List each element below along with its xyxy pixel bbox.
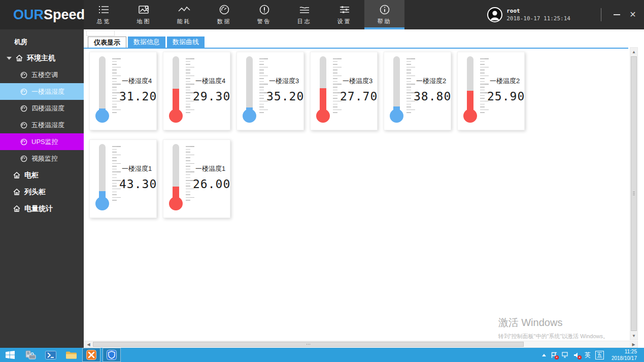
thermometer-bulb [316, 109, 330, 123]
chevron-up-icon [542, 354, 546, 356]
sidebar-tree-item[interactable]: 视频监控 [0, 150, 84, 167]
horizontal-scrollbar[interactable]: ◀ ▶ [84, 341, 638, 348]
sidebar-tree-item[interactable]: 四楼温湿度 [0, 100, 84, 117]
gauge-text: 一楼湿度431.20 [119, 77, 154, 103]
nav-item-settings[interactable]: 设置 [324, 0, 364, 29]
scroll-right-button[interactable]: ▶ [630, 341, 637, 347]
meter-icon [20, 138, 27, 146]
gauge-text: 一楼温度225.90 [487, 77, 522, 103]
sidebar-item-label: 电柜 [24, 171, 39, 180]
thermometer-gauge [168, 144, 184, 215]
nav-item-label: 警告 [257, 18, 272, 25]
meter-icon [20, 105, 27, 112]
nav-item-gauge[interactable]: 数据 [204, 0, 244, 29]
sidebar-tree-root[interactable]: 环境主机 [0, 50, 84, 66]
scroll-left-button[interactable]: ◀ [85, 341, 92, 347]
header-datetime: 2018-10-17 11:25:14 [506, 15, 570, 22]
gauge-label: 一楼温度3 [340, 77, 375, 86]
watermark-title: 激活 Windows [498, 316, 608, 330]
gauge-value: 35.20 [266, 90, 301, 103]
sidebar-item-label: 电量统计 [24, 204, 53, 213]
gauge-value: 26.00 [193, 177, 228, 191]
nav-item-log[interactable]: 日志 [284, 0, 324, 29]
horizontal-scroll-thumb[interactable] [93, 342, 524, 347]
nav-item-label: 设置 [337, 18, 352, 25]
network-status-icon[interactable] [562, 352, 569, 358]
thermometer-bulb [390, 109, 403, 123]
volume-muted-icon[interactable]: ✕ [573, 352, 580, 358]
sidebar-items: 电柜列头柜电量统计 [0, 167, 84, 217]
thermometer-tube [320, 56, 326, 113]
tab-数据信息[interactable]: 数据信息 [128, 37, 165, 48]
home-icon [13, 189, 20, 195]
nav-item-map[interactable]: 地图 [124, 0, 164, 29]
tree-item-label: 视频监控 [31, 154, 58, 163]
nav-item-alert[interactable]: 警告 [244, 0, 284, 29]
nav-item-label: 地图 [137, 18, 151, 25]
tab-仪表显示[interactable]: 仪表显示 [88, 37, 126, 48]
sidebar-tree-item[interactable]: UPS监控 [0, 133, 84, 150]
user-avatar[interactable] [487, 7, 502, 22]
gauge-value: 27.70 [340, 90, 375, 103]
scroll-down-button[interactable]: ▼ [630, 332, 637, 340]
gauge-label: 一楼湿度3 [266, 77, 301, 86]
header: OURSpeed 总览地图能耗数据警告日志设置帮助 root 2018-10-1… [0, 0, 644, 29]
taskbar-app-server-manager[interactable] [20, 348, 41, 362]
sidebar-item[interactable]: 电量统计 [0, 200, 84, 217]
sidebar-tree-item[interactable]: 五楼温湿度 [0, 117, 84, 133]
meter-icon [20, 122, 27, 129]
error-badge-icon: ✕ [555, 355, 559, 359]
meter-icon [20, 155, 27, 162]
app-logo: OURSpeed [0, 0, 84, 29]
sidebar-tree-item[interactable]: 五楼空调 [0, 66, 84, 83]
gauge-card: 一楼湿度335.20 [236, 52, 304, 130]
action-center-icon[interactable]: ✕ [551, 352, 557, 358]
home-icon [13, 172, 20, 178]
nav-item-label: 总览 [97, 18, 111, 25]
sidebar-item[interactable]: 电柜 [0, 167, 84, 184]
taskbar-clock[interactable]: 11:25 2018/10/17 [608, 348, 640, 361]
alert-icon [259, 4, 269, 15]
thermometer-tube [173, 144, 179, 201]
nav-item-energy[interactable]: 能耗 [164, 0, 204, 29]
start-button[interactable] [0, 348, 20, 362]
vertical-scrollbar[interactable]: ▲ ▼ [630, 47, 638, 340]
user-info: root 2018-10-17 11:25:14 [506, 8, 570, 22]
gauge-label: 一楼湿度4 [119, 77, 154, 86]
gauge-text: 一楼温度126.00 [193, 164, 228, 191]
close-button[interactable]: ✕ [625, 0, 641, 29]
user-name: root [506, 8, 570, 14]
taskbar-app-powershell[interactable] [41, 348, 61, 362]
window-controls-divider [601, 8, 601, 21]
nav-item-label: 数据 [217, 18, 231, 25]
sidebar-item[interactable]: 列头柜 [0, 184, 84, 200]
home-icon [13, 205, 20, 212]
nav-item-label: 日志 [297, 18, 312, 25]
gauge-text: 一楼湿度238.80 [414, 77, 449, 103]
ime-mode-indicator[interactable]: 五 [595, 351, 604, 359]
taskbar-app-security-shield[interactable] [103, 348, 121, 362]
hidden-icons-button[interactable] [542, 354, 546, 356]
tree-item-label: UPS监控 [31, 137, 58, 147]
gauge-card: 一楼温度126.00 [163, 139, 230, 218]
sidebar-tree-item[interactable]: 一楼温湿度 [0, 83, 84, 100]
gauge-card-grid: 一楼湿度431.20一楼温度429.30一楼湿度335.20一楼温度327.70… [89, 52, 541, 218]
tab-数据曲线[interactable]: 数据曲线 [167, 37, 205, 48]
tab-bar: 仪表显示数据信息数据曲线 [88, 37, 206, 48]
vertical-scroll-thumb[interactable] [631, 56, 637, 331]
tree-expand-caret-icon[interactable] [7, 57, 12, 60]
gauge-text: 一楼湿度143.30 [119, 164, 154, 191]
mute-badge-icon: ✕ [578, 355, 582, 359]
powershell-icon [45, 351, 56, 359]
taskbar-app-file-explorer[interactable] [61, 348, 81, 362]
thermometer-tube [99, 56, 106, 113]
minimize-button[interactable] [608, 0, 625, 29]
ime-language-indicator[interactable]: 英 [585, 351, 591, 359]
thermometer-tube [99, 144, 106, 201]
energy-icon [178, 4, 190, 15]
nav-item-help[interactable]: 帮助 [364, 0, 404, 29]
nav-item-list[interactable]: 总览 [84, 0, 124, 29]
home-icon [16, 55, 23, 61]
scroll-up-button[interactable]: ▲ [630, 48, 637, 56]
taskbar-app-xampp[interactable] [82, 348, 100, 362]
